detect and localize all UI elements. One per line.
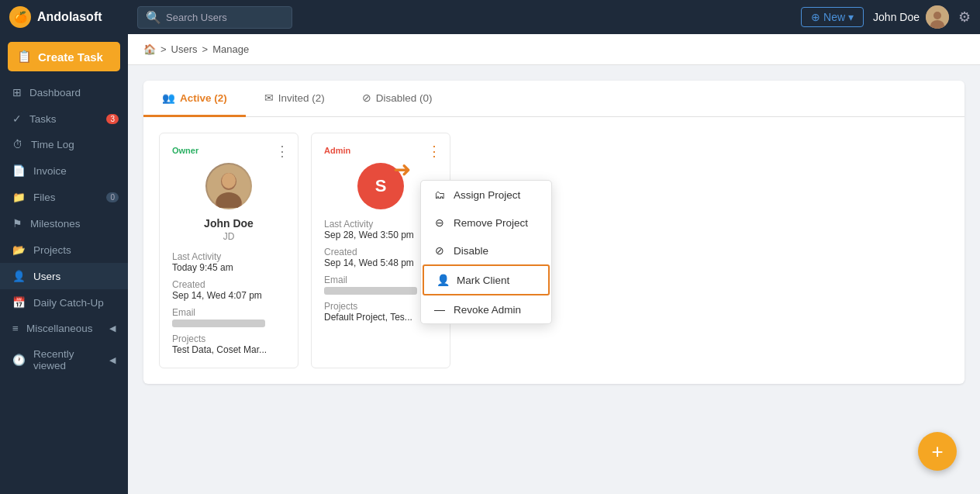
email-label: Email (172, 307, 285, 318)
task-icon: 📋 (17, 50, 32, 64)
sidebar-item-miscellaneous[interactable]: ≡ Miscellaneous ◀ (0, 316, 128, 341)
tabs-bar: 👥 Active (2) ✉ Invited (2) ⊘ Disabled (0… (143, 81, 964, 117)
sidebar-item-invoice[interactable]: 📄 Invoice (0, 157, 128, 184)
breadcrumb: 🏠 > Users > Manage (128, 34, 980, 65)
user-name-label: John Doe (873, 11, 920, 23)
users-card: 👥 Active (2) ✉ Invited (2) ⊘ Disabled (0… (143, 81, 964, 384)
logo: 🍊 Andolasoft (9, 6, 137, 28)
files-badge: 0 (106, 192, 119, 202)
breadcrumb-sep1: > (160, 43, 167, 55)
plus-circle-icon: ⊕ (811, 11, 820, 23)
sidebar-item-label: Daily Catch-Up (33, 297, 104, 309)
tab-disabled[interactable]: ⊘ Disabled (0) (343, 81, 451, 117)
invoice-icon: 📄 (12, 164, 26, 177)
milestones-icon: ⚑ (12, 217, 22, 230)
fab-add-button[interactable]: + (918, 432, 957, 471)
avatar (926, 5, 949, 29)
dropdown-item-remove-project[interactable]: ⊖ Remove Project (421, 209, 551, 237)
sidebar-item-label: Tasks (29, 113, 57, 125)
created-value: Sep 14, Wed 4:07 pm (172, 290, 285, 301)
new-button[interactable]: ⊕ New ▾ (801, 7, 864, 27)
breadcrumb-users[interactable]: Users (171, 43, 198, 55)
avatar-owner (205, 163, 252, 209)
users-icon: 👤 (12, 270, 26, 282)
revoke-admin-icon: — (433, 303, 446, 316)
user-card-owner: Owner John Doe JD ⋮ (159, 133, 298, 368)
email-value-blurred (172, 320, 265, 327)
user-card-admin: Admin S ⋮ ➜ 🗂 Assign Project (311, 133, 450, 368)
last-activity-label: Last Activity (172, 251, 285, 262)
breadcrumb-manage: Manage (212, 43, 249, 55)
tasks-icon: ✓ (12, 112, 22, 125)
dropdown-item-revoke-admin[interactable]: — Revoke Admin (421, 295, 551, 323)
timelog-icon: ⏱ (12, 139, 23, 150)
role-label: Owner (172, 146, 285, 155)
sidebar-item-label: Dashboard (29, 87, 81, 98)
search-box[interactable]: 🔍 (137, 6, 292, 29)
sidebar-item-label: Projects (33, 244, 71, 256)
logo-icon: 🍊 (9, 6, 31, 28)
projects-icon: 📂 (12, 244, 26, 256)
sidebar-item-label: Recently viewed (33, 348, 102, 371)
chevron-left-icon-2: ◀ (109, 355, 116, 365)
tab-active-label: Active (2) (180, 92, 227, 104)
projects-label: Projects (172, 333, 285, 344)
tab-invited[interactable]: ✉ Invited (2) (246, 81, 343, 117)
created-label: Created (172, 279, 285, 290)
sidebar-item-files[interactable]: 📁 Files 0 (0, 184, 128, 210)
sidebar: 📋 Create Task ⊞ Dashboard ✓ Tasks 3 ⏱ Ti… (0, 34, 128, 494)
user-info: John Doe (873, 5, 949, 29)
more-options-button-admin[interactable]: ⋮ (427, 143, 442, 160)
sidebar-item-dailycatchup[interactable]: 📅 Daily Catch-Up (0, 289, 128, 316)
sidebar-item-timelog[interactable]: ⏱ Time Log (0, 132, 128, 157)
tasks-badge: 3 (106, 114, 119, 124)
dropdown-item-disable[interactable]: ⊘ Disable (421, 237, 551, 264)
disabled-tab-icon: ⊘ (362, 92, 371, 104)
disable-icon: ⊘ (433, 244, 446, 257)
dashboard-icon: ⊞ (12, 86, 22, 98)
last-activity-value: Today 9:45 am (172, 262, 285, 273)
user-name: John Doe (172, 217, 285, 230)
header-right: ⊕ New ▾ John Doe ⚙ (801, 5, 971, 29)
avatar-admin: S (357, 163, 404, 209)
gear-icon[interactable]: ⚙ (958, 9, 971, 26)
svg-point-1 (933, 12, 941, 19)
sidebar-item-tasks[interactable]: ✓ Tasks 3 (0, 105, 128, 132)
logo-text: Andolasoft (37, 10, 102, 24)
dailycatchup-icon: 📅 (12, 296, 26, 309)
more-options-button[interactable]: ⋮ (275, 143, 290, 160)
clock-icon: 🕐 (12, 354, 26, 366)
sidebar-item-label: Invoice (33, 165, 67, 177)
sidebar-item-users[interactable]: 👤 Users (0, 263, 128, 289)
search-icon: 🔍 (146, 10, 161, 25)
tab-disabled-label: Disabled (0) (376, 92, 433, 104)
remove-project-icon: ⊖ (433, 216, 446, 229)
fab-plus-icon: + (931, 440, 943, 464)
users-grid: Owner John Doe JD ⋮ (143, 117, 964, 384)
sidebar-item-milestones[interactable]: ⚑ Milestones (0, 210, 128, 237)
main-layout: 📋 Create Task ⊞ Dashboard ✓ Tasks 3 ⏱ Ti… (0, 34, 980, 494)
projects-value: Test Data, Coset Mar... (172, 344, 285, 355)
tab-active[interactable]: 👥 Active (2) (143, 81, 246, 117)
sidebar-item-dashboard[interactable]: ⊞ Dashboard (0, 79, 128, 105)
sidebar-item-recentlyviewed[interactable]: 🕐 Recently viewed ◀ (0, 341, 128, 378)
assign-project-icon: 🗂 (433, 188, 446, 201)
header: 🍊 Andolasoft 🔍 ⊕ New ▾ John Doe ⚙ (0, 0, 980, 34)
breadcrumb-sep2: > (202, 43, 209, 55)
invited-tab-icon: ✉ (264, 92, 274, 104)
sidebar-item-projects[interactable]: 📂 Projects (0, 237, 128, 263)
content-body: 👥 Active (2) ✉ Invited (2) ⊘ Disabled (0… (128, 65, 980, 399)
create-task-button[interactable]: 📋 Create Task (8, 42, 120, 71)
context-menu: 🗂 Assign Project ⊖ Remove Project ⊘ Disa… (420, 180, 552, 324)
home-icon[interactable]: 🏠 (143, 43, 156, 55)
sidebar-item-label: Time Log (31, 139, 74, 150)
search-input[interactable] (166, 12, 274, 23)
misc-icon: ≡ (12, 323, 19, 334)
svg-point-6 (222, 173, 236, 188)
user-card-info: Last Activity Today 9:45 am Created Sep … (172, 251, 285, 355)
sidebar-item-label: Files (33, 192, 56, 203)
dropdown-item-assign-project[interactable]: 🗂 Assign Project (421, 181, 551, 209)
email-value-blurred-admin (324, 287, 417, 295)
sidebar-item-label: Milestones (30, 218, 81, 230)
dropdown-item-mark-client[interactable]: 👤 Mark Client (423, 264, 550, 295)
